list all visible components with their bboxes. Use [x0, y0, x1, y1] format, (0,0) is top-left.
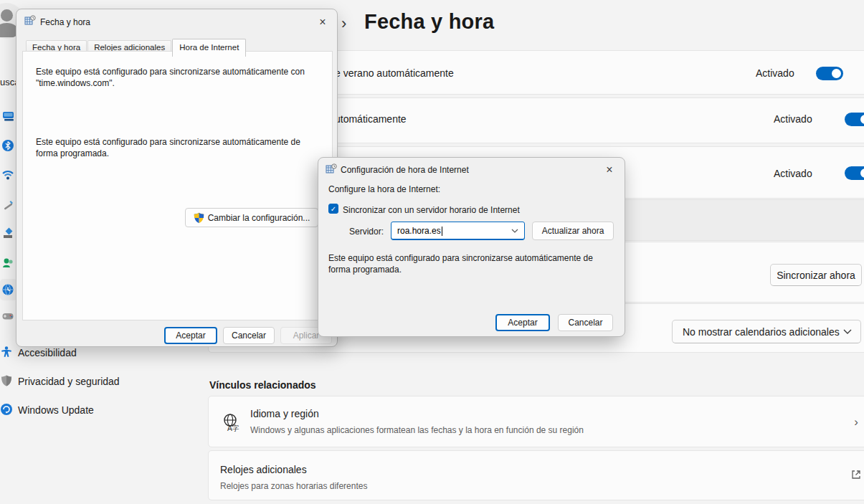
datetime-icon: [24, 15, 36, 27]
display-icon[interactable]: [1, 110, 14, 123]
close-icon[interactable]: ×: [314, 14, 331, 30]
sync-info-text: Este equipo está configurado para sincro…: [36, 66, 321, 89]
change-settings-button[interactable]: Cambiar la configuración...: [185, 208, 318, 227]
setting-row-label: e verano automáticamente: [335, 67, 454, 79]
sidebar-item-label: Windows Update: [18, 404, 94, 416]
link-subtitle: Windows y algunas aplicaciones formatean…: [250, 425, 584, 435]
shield-gray-icon: [0, 374, 13, 387]
change-settings-label: Cambiar la configuración...: [208, 213, 310, 223]
gamepad-icon[interactable]: [1, 310, 14, 323]
status-label: Activado: [756, 67, 794, 79]
chevron-right-icon: ›: [854, 415, 858, 429]
internet-time-settings-dialog: Configuración de hora de Internet × Conf…: [318, 157, 625, 337]
sidebar-item-privacy[interactable]: Privacidad y seguridad: [0, 371, 194, 394]
chevron-down-icon[interactable]: [511, 229, 518, 233]
page-title: Fecha y hora: [364, 10, 494, 34]
status-label: Activado: [774, 168, 812, 179]
server-combobox[interactable]: roa.hora.es: [391, 222, 525, 240]
server-label: Servidor:: [349, 226, 384, 237]
status-label: Activado: [774, 113, 812, 125]
additional-calendars-select[interactable]: No mostrar calendarios adicionales: [672, 320, 861, 343]
toggle-knob: [860, 168, 864, 178]
accounts-icon[interactable]: [1, 257, 14, 270]
link-additional-clocks[interactable]: Relojes adicionales Relojes para zonas h…: [208, 450, 864, 500]
windows-update-icon: [0, 403, 13, 416]
sync-now-button[interactable]: Sincronizar ahora: [770, 264, 862, 286]
wifi-icon[interactable]: [1, 168, 14, 181]
scheduled-sync-note: Este equipo está configurado para sincro…: [328, 252, 617, 275]
time-language-icon[interactable]: [1, 283, 14, 296]
pen-icon[interactable]: [1, 198, 14, 211]
breadcrumb-chevron-icon: ›: [341, 14, 346, 33]
sync-server-checkbox[interactable]: ✓: [328, 204, 338, 214]
bluetooth-icon[interactable]: [1, 139, 14, 152]
link-title: Relojes adicionales: [220, 464, 307, 475]
external-link-icon: [851, 470, 861, 480]
accept-button[interactable]: Aceptar: [164, 327, 217, 344]
dialog-title: Configuración de hora de Internet: [341, 165, 469, 175]
accept-button[interactable]: Aceptar: [495, 314, 550, 331]
tab-hora-de-internet[interactable]: Hora de Internet: [172, 39, 246, 57]
svg-text:A字: A字: [227, 424, 239, 432]
link-title: Idioma y región: [250, 408, 319, 419]
avatar-head: [1, 9, 13, 22]
datetime-icon: [326, 163, 337, 175]
sidebar-item-label: Accesibilidad: [18, 347, 77, 358]
link-subtitle: Relojes para zonas horarias diferentes: [220, 481, 367, 491]
sync-server-checkbox-label: Sincronizar con un servidor horario de I…: [343, 204, 520, 216]
toggle-set-timezone-auto[interactable]: [845, 166, 864, 180]
sidebar-item-windows-update[interactable]: Windows Update: [0, 400, 194, 423]
uac-shield-icon: [194, 212, 204, 224]
setting-row-label: utomáticamente: [335, 113, 407, 125]
server-value: roa.hora.es: [397, 226, 441, 236]
accessibility-icon: [0, 346, 13, 358]
date-time-dialog: Fecha y hora × Fecha y hora Relojes adic…: [16, 9, 338, 347]
update-now-button[interactable]: Actualizar ahora: [532, 222, 614, 240]
link-language-region[interactable]: A字 Idioma y región Windows y algunas apl…: [208, 396, 864, 447]
scheduled-sync-text: Este equipo está configurado para sincro…: [36, 136, 321, 159]
sidebar-item-label: Privacidad y seguridad: [18, 376, 120, 387]
toggle-knob: [832, 69, 841, 78]
related-links-heading: Vínculos relacionados: [209, 379, 316, 391]
language-region-icon: A字: [222, 412, 242, 432]
select-value: No mostrar calendarios adicionales: [683, 326, 840, 338]
personalization-icon[interactable]: [1, 227, 14, 240]
toggle-knob: [860, 115, 864, 124]
chevron-down-icon: [843, 329, 852, 334]
configure-internet-time-label: Configure la hora de Internet:: [328, 184, 440, 195]
cancel-button[interactable]: Cancelar: [223, 327, 275, 344]
cancel-button[interactable]: Cancelar: [558, 314, 613, 331]
toggle-set-time-auto[interactable]: [845, 113, 864, 126]
text-caret: [442, 227, 442, 236]
internet-time-tab-panel: Este equipo está configurado para sincro…: [22, 51, 333, 320]
dialog-title: Fecha y hora: [40, 17, 90, 27]
toggle-daylight-saving[interactable]: [816, 67, 843, 80]
close-icon[interactable]: ×: [601, 162, 618, 178]
